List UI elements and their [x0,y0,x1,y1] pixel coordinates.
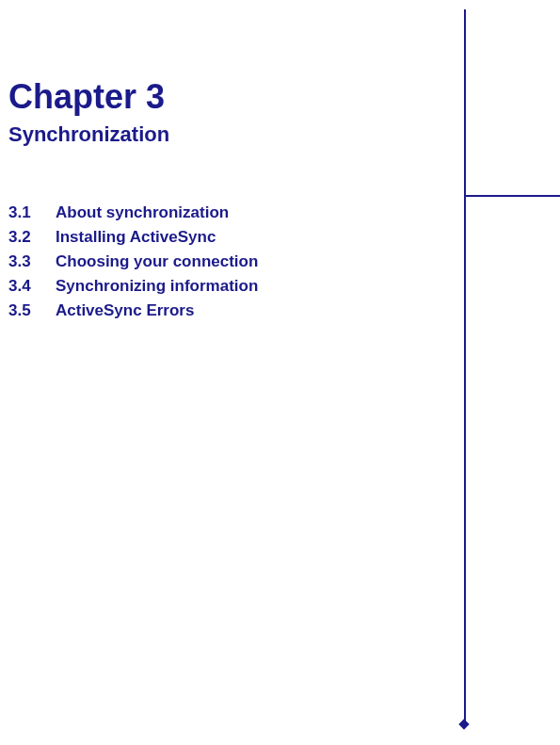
toc-number: 3.5 [8,301,56,320]
toc-label: About synchronization [56,203,451,222]
toc-item: 3.4 Synchronizing information [8,277,451,296]
page-content: Chapter 3 Synchronization 3.1 About sync… [8,77,451,326]
toc-label: Synchronizing information [56,277,451,296]
vertical-rule-right [464,9,466,725]
toc-label: Installing ActiveSync [56,228,451,247]
chapter-title: Chapter 3 [8,77,451,117]
toc-number: 3.3 [8,252,56,271]
toc-number: 3.4 [8,277,56,296]
toc-number: 3.1 [8,203,56,222]
toc-number: 3.2 [8,228,56,247]
toc-item: 3.1 About synchronization [8,203,451,222]
toc-item: 3.5 ActiveSync Errors [8,301,451,320]
horizontal-rule-right [466,195,560,197]
toc-label: Choosing your connection [56,252,451,271]
toc-item: 3.2 Installing ActiveSync [8,228,451,247]
toc-label: ActiveSync Errors [56,301,451,320]
toc-item: 3.3 Choosing your connection [8,252,451,271]
chapter-subtitle: Synchronization [8,122,451,147]
diamond-ornament-icon [458,719,469,729]
table-of-contents: 3.1 About synchronization 3.2 Installing… [8,203,451,320]
